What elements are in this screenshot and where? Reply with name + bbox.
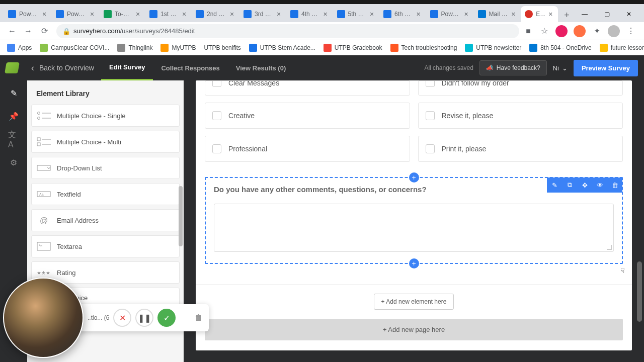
choice-option[interactable]: Creative [205, 103, 410, 129]
close-icon[interactable]: × [547, 11, 554, 18]
element-dropdown[interactable]: Drop-Down List [31, 157, 180, 179]
delete-icon[interactable]: 🗑 [607, 177, 622, 193]
checkbox-list-icon [37, 137, 52, 146]
browser-tab[interactable]: 3rd peri× [239, 6, 286, 22]
preview-survey-button[interactable]: Preview Survey [574, 60, 638, 76]
finish-recording-button[interactable]: ✓ [157, 309, 176, 327]
add-page-button[interactable]: + Add new page here [205, 319, 623, 340]
close-icon[interactable]: × [89, 11, 96, 18]
new-tab-button[interactable]: + [560, 8, 574, 22]
profile-avatar[interactable] [608, 25, 620, 37]
close-icon[interactable]: × [415, 11, 422, 18]
user-menu[interactable]: Ni⌄ [553, 64, 568, 72]
add-above-button[interactable]: + [409, 172, 419, 183]
close-icon[interactable]: × [41, 11, 48, 18]
browser-tab[interactable]: PowerSc× [426, 6, 474, 22]
browser-tab-active[interactable]: Edit× [521, 6, 558, 22]
delete-recording-button[interactable]: 🗑 [195, 313, 203, 322]
logo[interactable] [0, 55, 24, 80]
add-element-button[interactable]: + Add new element here [374, 294, 454, 310]
element-multiple-choice-single[interactable]: Multiple Choice - Single [31, 105, 180, 127]
browser-tab[interactable]: 4th peri× [286, 6, 333, 22]
browser-tab[interactable]: 5th peri× [333, 6, 379, 22]
close-icon[interactable]: × [322, 11, 329, 18]
checkbox[interactable] [212, 144, 221, 153]
textarea-preview[interactable] [214, 204, 614, 252]
close-icon[interactable]: × [228, 11, 235, 18]
reload-button[interactable]: ⟳ [36, 23, 52, 39]
checkbox[interactable] [212, 80, 221, 87]
translate-icon[interactable]: 文A [8, 134, 19, 145]
element-email[interactable]: @Email Address [31, 209, 180, 231]
page-scrollbar[interactable] [637, 261, 642, 322]
bookmark-item[interactable]: UTPB Stem Acade... [246, 42, 318, 54]
browser-tab[interactable]: PowerSc× [4, 6, 52, 22]
pin-icon[interactable]: 📌 [8, 111, 19, 122]
add-below-button[interactable]: + [409, 258, 419, 268]
duplicate-icon[interactable]: ⧉ [562, 177, 577, 193]
bookmark-item[interactable]: MyUTPB [157, 42, 199, 54]
close-icon[interactable]: × [275, 11, 282, 18]
choice-option[interactable]: Clear Messages [205, 80, 410, 96]
browser-tab[interactable]: 2nd peri× [192, 6, 239, 22]
close-icon[interactable]: × [463, 11, 470, 18]
close-icon[interactable]: × [368, 11, 375, 18]
browser-tab[interactable]: To-do li× [100, 6, 145, 22]
choice-option[interactable]: Professional [205, 136, 410, 162]
choice-option[interactable]: Print it, please [418, 136, 623, 162]
element-textfield[interactable]: AaTextfield [31, 183, 180, 205]
checkbox[interactable] [426, 111, 435, 120]
bookmark-item[interactable]: future lessons [597, 42, 644, 54]
tab-edit-survey[interactable]: Edit Survey [101, 55, 153, 80]
gear-icon[interactable]: ⚙ [8, 157, 19, 168]
minimize-button[interactable]: — [574, 6, 596, 22]
bookmark-item[interactable]: Tech troubleshooting [387, 42, 460, 54]
cancel-recording-button[interactable]: ✕ [113, 309, 131, 327]
extensions-icon[interactable]: ✦ [592, 26, 602, 36]
bookmark-item[interactable]: UTPB benifits [201, 42, 244, 53]
browser-tab[interactable]: 1st peri× [145, 6, 192, 22]
bookmark-item[interactable]: 8th 504 - OneDrive [526, 42, 594, 54]
choice-option[interactable]: Didn't follow my order [418, 80, 623, 96]
tab-view-results[interactable]: View Results (0) [228, 55, 294, 80]
bookmark-item[interactable]: UTPB Gradebook [320, 42, 385, 54]
star-icon[interactable]: ☆ [539, 26, 549, 36]
maximize-button[interactable]: ▢ [596, 6, 618, 22]
checkbox[interactable] [426, 80, 435, 87]
extension-icon[interactable] [574, 25, 586, 37]
webcam-preview[interactable] [3, 278, 84, 358]
close-window-button[interactable]: ✕ [618, 6, 640, 22]
sidebar-scrollbar[interactable] [179, 186, 183, 246]
forward-button[interactable]: → [20, 23, 36, 39]
element-multiple-choice-multi[interactable]: Multiple Choice - Multi [31, 131, 180, 153]
feedback-button[interactable]: 📣Have feedback? [479, 60, 547, 75]
apps-button[interactable]: Apps [4, 42, 35, 54]
edit-icon[interactable]: ✎ [547, 177, 562, 193]
checkbox[interactable] [426, 144, 435, 153]
chevron-left-icon: ‹ [31, 63, 34, 73]
close-icon[interactable]: × [181, 11, 188, 18]
video-icon[interactable]: ■ [523, 26, 533, 36]
element-textarea[interactable]: AaTextarea [31, 235, 180, 257]
edit-icon[interactable]: ✎ [8, 87, 19, 99]
url-input[interactable]: 🔒 surveyhero.com/user/surveys/264485/edi… [56, 24, 519, 38]
bookmark-item[interactable]: Thinglink [114, 42, 155, 54]
menu-icon[interactable]: ⋮ [626, 26, 636, 36]
tab-collect-responses[interactable]: Collect Responses [153, 55, 227, 80]
close-icon[interactable]: × [510, 11, 517, 18]
extension-icon[interactable] [555, 25, 568, 37]
back-to-overview[interactable]: ‹Back to Overview [24, 63, 101, 73]
move-icon[interactable]: ✥ [577, 177, 592, 193]
browser-tab[interactable]: PowerSc× [52, 6, 100, 22]
browser-tab[interactable]: 6th peri× [379, 6, 426, 22]
bookmark-item[interactable]: CampusClear COVI... [37, 42, 112, 54]
bookmark-item[interactable]: UTPB newsletter [462, 42, 524, 54]
selected-element[interactable]: + + ✎ ⧉ ✥ 👁 🗑 Do you have any other comm… [205, 177, 623, 264]
back-button[interactable]: ← [4, 23, 20, 39]
preview-icon[interactable]: 👁 [592, 177, 607, 193]
checkbox[interactable] [212, 111, 221, 120]
pause-recording-button[interactable]: ❚❚ [135, 309, 153, 327]
choice-option[interactable]: Revise it, please [418, 103, 623, 129]
browser-tab[interactable]: Mail - N× [474, 6, 521, 22]
close-icon[interactable]: × [134, 11, 141, 18]
